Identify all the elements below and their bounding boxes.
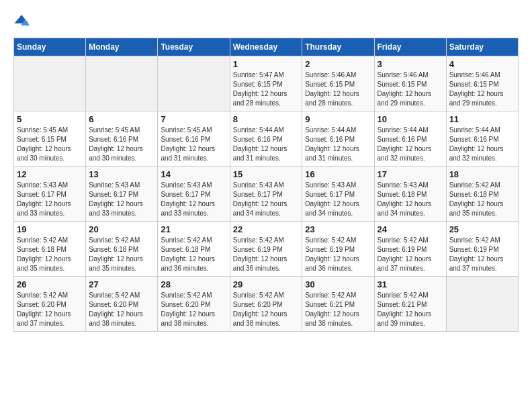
day-number: 7 — [161, 114, 226, 124]
day-number: 8 — [233, 114, 300, 124]
calendar-day-cell — [446, 277, 518, 332]
day-number: 25 — [449, 224, 515, 234]
day-info: Sunrise: 5:42 AMSunset: 6:19 PMDaylight:… — [378, 236, 443, 273]
calendar-day-cell: 23Sunrise: 5:42 AMSunset: 6:19 PMDayligh… — [302, 222, 374, 277]
calendar-day-cell — [14, 56, 86, 111]
day-info: Sunrise: 5:46 AMSunset: 6:15 PMDaylight:… — [305, 71, 371, 108]
day-info: Sunrise: 5:42 AMSunset: 6:19 PMDaylight:… — [233, 236, 300, 273]
calendar-day-cell: 29Sunrise: 5:42 AMSunset: 6:20 PMDayligh… — [230, 277, 302, 332]
day-number: 21 — [161, 224, 226, 234]
day-number: 14 — [161, 169, 226, 179]
day-number: 15 — [233, 169, 300, 179]
weekday-header: Friday — [374, 38, 446, 56]
day-info: Sunrise: 5:42 AMSunset: 6:20 PMDaylight:… — [89, 291, 154, 328]
calendar-day-cell: 3Sunrise: 5:46 AMSunset: 6:15 PMDaylight… — [374, 56, 446, 111]
calendar-table: SundayMondayTuesdayWednesdayThursdayFrid… — [13, 38, 519, 332]
calendar-day-cell — [86, 56, 158, 111]
calendar-day-cell: 27Sunrise: 5:42 AMSunset: 6:20 PMDayligh… — [86, 277, 158, 332]
day-number: 18 — [449, 169, 515, 179]
calendar-day-cell: 31Sunrise: 5:42 AMSunset: 6:21 PMDayligh… — [374, 277, 446, 332]
day-number: 23 — [305, 224, 371, 234]
day-info: Sunrise: 5:43 AMSunset: 6:17 PMDaylight:… — [161, 181, 226, 218]
calendar-day-cell: 1Sunrise: 5:47 AMSunset: 6:15 PMDaylight… — [230, 56, 302, 111]
day-info: Sunrise: 5:43 AMSunset: 6:17 PMDaylight:… — [17, 181, 83, 218]
day-number: 28 — [161, 279, 226, 289]
calendar-day-cell: 11Sunrise: 5:44 AMSunset: 6:16 PMDayligh… — [446, 111, 518, 167]
day-info: Sunrise: 5:42 AMSunset: 6:21 PMDaylight:… — [305, 291, 371, 328]
day-info: Sunrise: 5:43 AMSunset: 6:18 PMDaylight:… — [378, 181, 443, 218]
day-info: Sunrise: 5:43 AMSunset: 6:17 PMDaylight:… — [233, 181, 300, 218]
day-number: 17 — [378, 169, 443, 179]
calendar-day-cell: 19Sunrise: 5:42 AMSunset: 6:18 PMDayligh… — [14, 222, 86, 277]
calendar-day-cell: 24Sunrise: 5:42 AMSunset: 6:19 PMDayligh… — [374, 222, 446, 277]
day-number: 27 — [89, 279, 154, 289]
day-info: Sunrise: 5:42 AMSunset: 6:20 PMDaylight:… — [17, 291, 83, 328]
calendar-day-cell — [158, 56, 230, 111]
day-number: 29 — [233, 279, 300, 289]
calendar-day-cell: 25Sunrise: 5:42 AMSunset: 6:19 PMDayligh… — [446, 222, 518, 277]
calendar-day-cell: 17Sunrise: 5:43 AMSunset: 6:18 PMDayligh… — [374, 167, 446, 222]
day-info: Sunrise: 5:42 AMSunset: 6:18 PMDaylight:… — [161, 236, 226, 273]
day-number: 4 — [449, 59, 515, 69]
calendar-day-cell: 12Sunrise: 5:43 AMSunset: 6:17 PMDayligh… — [14, 167, 86, 222]
calendar-week-row: 1Sunrise: 5:47 AMSunset: 6:15 PMDaylight… — [14, 56, 519, 111]
calendar-day-cell: 7Sunrise: 5:45 AMSunset: 6:16 PMDaylight… — [158, 111, 230, 167]
calendar-week-row: 5Sunrise: 5:45 AMSunset: 6:15 PMDaylight… — [14, 111, 519, 167]
weekday-header: Thursday — [302, 38, 374, 56]
day-number: 5 — [17, 114, 83, 124]
day-number: 1 — [233, 59, 300, 69]
calendar-day-cell: 14Sunrise: 5:43 AMSunset: 6:17 PMDayligh… — [158, 167, 230, 222]
day-info: Sunrise: 5:47 AMSunset: 6:15 PMDaylight:… — [233, 71, 300, 108]
weekday-header: Monday — [86, 38, 158, 56]
day-info: Sunrise: 5:44 AMSunset: 6:16 PMDaylight:… — [305, 126, 371, 163]
day-number: 20 — [89, 224, 154, 234]
day-info: Sunrise: 5:42 AMSunset: 6:18 PMDaylight:… — [89, 236, 154, 273]
day-info: Sunrise: 5:44 AMSunset: 6:16 PMDaylight:… — [449, 126, 515, 163]
weekday-header: Saturday — [446, 38, 518, 56]
day-info: Sunrise: 5:44 AMSunset: 6:16 PMDaylight:… — [233, 126, 300, 163]
day-info: Sunrise: 5:45 AMSunset: 6:16 PMDaylight:… — [161, 126, 226, 163]
day-number: 30 — [305, 279, 371, 289]
weekday-header: Wednesday — [230, 38, 302, 56]
day-info: Sunrise: 5:42 AMSunset: 6:20 PMDaylight:… — [161, 291, 226, 328]
calendar-header-row: SundayMondayTuesdayWednesdayThursdayFrid… — [14, 38, 519, 56]
calendar-day-cell: 22Sunrise: 5:42 AMSunset: 6:19 PMDayligh… — [230, 222, 302, 277]
day-info: Sunrise: 5:46 AMSunset: 6:15 PMDaylight:… — [449, 71, 515, 108]
day-number: 3 — [378, 59, 443, 69]
calendar-day-cell: 18Sunrise: 5:42 AMSunset: 6:18 PMDayligh… — [446, 167, 518, 222]
day-info: Sunrise: 5:42 AMSunset: 6:20 PMDaylight:… — [233, 291, 300, 328]
calendar-week-row: 19Sunrise: 5:42 AMSunset: 6:18 PMDayligh… — [14, 222, 519, 277]
day-info: Sunrise: 5:42 AMSunset: 6:19 PMDaylight:… — [305, 236, 371, 273]
day-info: Sunrise: 5:43 AMSunset: 6:17 PMDaylight:… — [89, 181, 154, 218]
day-info: Sunrise: 5:42 AMSunset: 6:18 PMDaylight:… — [449, 181, 515, 218]
day-number: 26 — [17, 279, 83, 289]
day-info: Sunrise: 5:45 AMSunset: 6:15 PMDaylight:… — [17, 126, 83, 163]
calendar-day-cell: 30Sunrise: 5:42 AMSunset: 6:21 PMDayligh… — [302, 277, 374, 332]
day-info: Sunrise: 5:46 AMSunset: 6:15 PMDaylight:… — [378, 71, 443, 108]
calendar-day-cell: 20Sunrise: 5:42 AMSunset: 6:18 PMDayligh… — [86, 222, 158, 277]
day-number: 6 — [89, 114, 154, 124]
day-info: Sunrise: 5:44 AMSunset: 6:16 PMDaylight:… — [378, 126, 443, 163]
logo — [13, 13, 32, 27]
calendar-day-cell: 28Sunrise: 5:42 AMSunset: 6:20 PMDayligh… — [158, 277, 230, 332]
calendar-day-cell: 26Sunrise: 5:42 AMSunset: 6:20 PMDayligh… — [14, 277, 86, 332]
day-number: 12 — [17, 169, 83, 179]
day-info: Sunrise: 5:45 AMSunset: 6:16 PMDaylight:… — [89, 126, 154, 163]
day-number: 24 — [378, 224, 443, 234]
calendar-day-cell: 15Sunrise: 5:43 AMSunset: 6:17 PMDayligh… — [230, 167, 302, 222]
calendar-day-cell: 5Sunrise: 5:45 AMSunset: 6:15 PMDaylight… — [14, 111, 86, 167]
calendar-day-cell: 9Sunrise: 5:44 AMSunset: 6:16 PMDaylight… — [302, 111, 374, 167]
day-info: Sunrise: 5:42 AMSunset: 6:21 PMDaylight:… — [378, 291, 443, 328]
calendar-day-cell: 21Sunrise: 5:42 AMSunset: 6:18 PMDayligh… — [158, 222, 230, 277]
day-number: 9 — [305, 114, 371, 124]
day-info: Sunrise: 5:42 AMSunset: 6:19 PMDaylight:… — [449, 236, 515, 273]
calendar-week-row: 26Sunrise: 5:42 AMSunset: 6:20 PMDayligh… — [14, 277, 519, 332]
day-number: 19 — [17, 224, 83, 234]
day-number: 10 — [378, 114, 443, 124]
logo-icon — [13, 13, 30, 27]
calendar-day-cell: 2Sunrise: 5:46 AMSunset: 6:15 PMDaylight… — [302, 56, 374, 111]
day-number: 11 — [449, 114, 515, 124]
weekday-header: Sunday — [14, 38, 86, 56]
day-number: 2 — [305, 59, 371, 69]
day-number: 31 — [378, 279, 443, 289]
